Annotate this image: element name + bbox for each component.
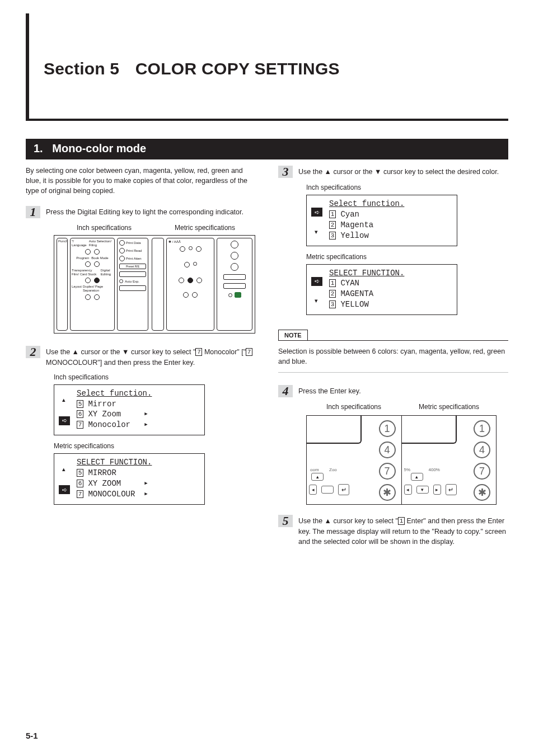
heading-number: 1. xyxy=(34,142,43,154)
up-arrow-icon: ▴ xyxy=(59,396,69,404)
keypad-right: 1 4 7 ✱ 5% 400% ▴ ◂ ▾ ▸ ↵ xyxy=(401,416,496,504)
label-inch: Inch specifications xyxy=(54,224,154,232)
label-inch: Inch specifications xyxy=(54,373,256,381)
lcd-step2-metric: ▴ ➪ SELECT FUNCTION. 5 MIRROR 6 XY ZOOM … xyxy=(54,453,205,505)
page-number: 5-1 xyxy=(26,731,38,740)
step-3-text: Use the ▲ cursor or the ▼ cursor key to … xyxy=(298,166,499,177)
keypad-left: 1 4 7 ✱ oom Zoo ▴ ◂ ↵ xyxy=(307,416,401,504)
label-metric: Metric specifications xyxy=(154,224,255,232)
lcd-step3-metric: ➪ ▾ SELECT FUNCTION. 1 CYAN 2 MAGENTA 3 … xyxy=(306,264,457,316)
step-3: 3 Use the ▲ cursor or the ▼ cursor key t… xyxy=(278,166,508,178)
right-column: 3 Use the ▲ cursor or the ▼ cursor key t… xyxy=(278,166,508,552)
key-7-button: 7 xyxy=(474,463,490,480)
key-4-button: 4 xyxy=(379,442,396,458)
label-metric: Metric specifications xyxy=(54,442,256,450)
lcd-step3-inch: ➪ ▾ Select function. 1 Cyan 2 Magenta 3 … xyxy=(306,195,457,246)
horizontal-rule xyxy=(26,119,508,121)
step-number-badge: 5 xyxy=(278,515,293,527)
left-column: By selecting one color between cyan, mag… xyxy=(26,166,256,552)
step-4-text: Press the Enter key. xyxy=(298,385,361,396)
note-rule-bottom xyxy=(278,372,508,373)
key-7-button: 7 xyxy=(379,463,396,480)
step-number-badge: 3 xyxy=(278,166,293,178)
down-arrow-icon: ▾ xyxy=(311,228,321,236)
right-arrow-icon: ➪ xyxy=(59,416,70,425)
step-number-badge: 4 xyxy=(278,385,293,397)
heading-title: Mono-color mode xyxy=(52,142,146,154)
key-1-button: 1 xyxy=(474,420,490,437)
step-5-text: Use the ▲ cursor key to select "1 Enter"… xyxy=(298,515,508,546)
note-label: NOTE xyxy=(278,330,308,340)
subsection-heading-bar: 1. Mono-color mode xyxy=(26,139,508,159)
key-star-button: ✱ xyxy=(474,484,490,501)
step-number-badge: 2 xyxy=(26,346,40,358)
section-label: Section 5 xyxy=(44,59,119,78)
right-arrow-icon: ➪ xyxy=(311,277,322,286)
lcd-step2-inch: ▴ ➪ Select function. 5 Mirror 6 XY Zoom … xyxy=(54,384,205,436)
down-arrow-icon: ▾ xyxy=(311,297,321,305)
label-inch: Inch specifications xyxy=(306,403,401,411)
right-arrow-icon: ➪ xyxy=(311,208,322,217)
step-5: 5 Use the ▲ cursor key to select "1 Ente… xyxy=(278,515,508,546)
label-metric: Metric specifications xyxy=(401,403,496,411)
step-1: 1 Press the Digital Editing key to light… xyxy=(26,206,256,218)
intro-paragraph: By selecting one color between cyan, mag… xyxy=(26,166,256,196)
note-body: Selection is possible between 6 colors: … xyxy=(278,346,508,367)
up-arrow-icon: ▴ xyxy=(59,465,69,473)
key-star-button: ✱ xyxy=(379,484,396,501)
right-arrow-icon: ➪ xyxy=(59,485,70,494)
step-number-badge: 1 xyxy=(26,206,40,218)
label-inch: Inch specifications xyxy=(306,184,508,191)
section-heading: COLOR COPY SETTINGS xyxy=(135,59,340,78)
step-2: 2 Use the ▲ cursor or the ▼ cursor key t… xyxy=(26,346,256,367)
step-1-text: Press the Digital Editing key to light t… xyxy=(46,206,243,217)
key-4-button: 4 xyxy=(474,442,490,458)
note-rule-top xyxy=(278,340,508,341)
section-title: Section 5 COLOR COPY SETTINGS xyxy=(44,59,340,78)
control-panel-diagram: Punch */ Language Auto Selection/ Filing… xyxy=(54,235,255,334)
keypad-diagram: 1 4 7 ✱ oom Zoo ▴ ◂ ↵ xyxy=(306,415,496,505)
step-2-text: Use the ▲ cursor or the ▼ cursor key to … xyxy=(46,346,256,367)
key-1-button: 1 xyxy=(379,420,396,437)
step-4: 4 Press the Enter key. xyxy=(278,385,508,397)
section-vertical-bar xyxy=(26,13,29,119)
label-metric: Metric specifications xyxy=(306,253,508,261)
